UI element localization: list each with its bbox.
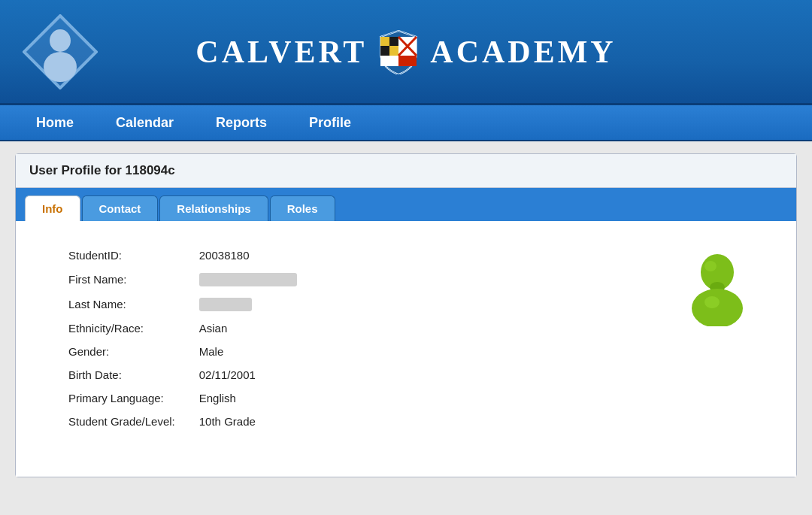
field-value-grade: 10th Grade	[187, 410, 309, 433]
avatar	[683, 251, 751, 329]
main-content: User Profile for 118094c Info Contact Re…	[0, 141, 812, 489]
tab-roles[interactable]: Roles	[270, 195, 335, 221]
nav-reports[interactable]: Reports	[195, 105, 288, 141]
table-row: Primary Language: English	[38, 386, 309, 410]
field-label-firstname: First Name:	[38, 267, 187, 292]
table-row: Gender: Male	[38, 340, 309, 363]
field-label-ethnicity: Ethnicity/Race:	[38, 317, 187, 340]
svg-rect-6	[389, 37, 398, 46]
field-label-studentid: StudentID:	[38, 244, 187, 267]
nav-profile[interactable]: Profile	[288, 105, 372, 141]
svg-rect-12	[398, 56, 417, 66]
site-title: CALVERT ACADEMY	[195, 29, 616, 74]
field-value-ethnicity: Asian	[187, 317, 309, 340]
table-row: Student Grade/Level: 10th Grade	[38, 410, 309, 433]
table-row: First Name:	[38, 267, 309, 292]
tab-relationships[interactable]: Relationships	[159, 195, 268, 221]
svg-point-3	[44, 52, 77, 82]
avatar-figure	[683, 251, 751, 326]
table-row: StudentID: 20038180	[38, 244, 309, 267]
field-value-firstname	[187, 267, 309, 292]
nav-home[interactable]: Home	[15, 105, 95, 141]
table-row: Last Name:	[38, 292, 309, 317]
title-left: CALVERT	[195, 34, 367, 70]
field-label-lastname: Last Name:	[38, 292, 187, 317]
field-value-studentid: 20038180	[187, 244, 309, 267]
redacted-firstname	[199, 273, 297, 286]
tab-info[interactable]: Info	[25, 195, 80, 221]
field-value-gender: Male	[187, 340, 309, 363]
field-label-language: Primary Language:	[38, 386, 187, 410]
svg-point-18	[704, 296, 720, 308]
field-value-language: English	[187, 386, 309, 410]
field-label-grade: Student Grade/Level:	[38, 410, 187, 433]
field-value-birthdate: 02/11/2001	[187, 363, 309, 386]
tab-contact[interactable]: Contact	[82, 195, 159, 221]
redacted-lastname	[199, 298, 252, 311]
shield-icon	[379, 29, 418, 74]
field-label-gender: Gender:	[38, 340, 187, 363]
field-value-lastname	[187, 292, 309, 317]
tabs-bar: Info Contact Relationships Roles	[16, 188, 796, 221]
svg-rect-7	[380, 46, 389, 56]
main-nav: Home Calendar Reports Profile	[0, 105, 812, 141]
site-header: CALVERT ACADEMY	[0, 0, 812, 105]
svg-point-19	[704, 261, 717, 271]
svg-point-17	[692, 289, 743, 326]
svg-rect-8	[389, 46, 398, 56]
table-row: Ethnicity/Race: Asian	[38, 317, 309, 340]
title-right: ACADEMY	[430, 34, 616, 70]
logo-area	[23, 14, 98, 89]
svg-rect-5	[380, 37, 389, 46]
nav-calendar[interactable]: Calendar	[95, 105, 195, 141]
info-table: StudentID: 20038180 First Name: Last Nam…	[38, 244, 309, 433]
field-label-birthdate: Birth Date:	[38, 363, 187, 386]
profile-title: User Profile for 118094c	[16, 154, 796, 188]
profile-container: User Profile for 118094c Info Contact Re…	[15, 153, 797, 477]
tab-content-info: StudentID: 20038180 First Name: Last Nam…	[16, 221, 796, 477]
table-row: Birth Date: 02/11/2001	[38, 363, 309, 386]
svg-point-2	[50, 29, 71, 52]
svg-rect-13	[380, 56, 398, 66]
